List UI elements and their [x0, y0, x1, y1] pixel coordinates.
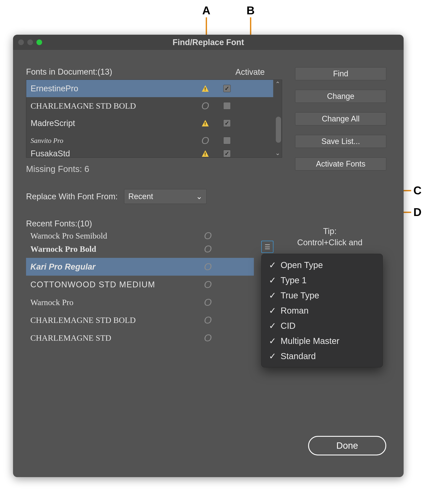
filter-menu-label: CID: [281, 321, 295, 331]
activate-column-header: Activate: [235, 68, 265, 77]
fonts-in-document-list[interactable]: ErnestinePro CHARLEMAGNE STD BOLD O Madr…: [26, 80, 282, 158]
callout-c: C: [413, 184, 422, 197]
filter-menu-item[interactable]: ✓True Type: [261, 288, 383, 303]
callout-b: B: [247, 4, 255, 17]
recent-font-row[interactable]: CHARLEMAGNE STD BOLD O: [26, 311, 254, 329]
missing-font-warning-icon: [196, 120, 215, 126]
filter-menu-label: Standard: [281, 351, 316, 361]
callout-a: A: [202, 4, 210, 17]
close-window-button[interactable]: [18, 39, 24, 45]
scroll-thumb[interactable]: [276, 117, 281, 143]
check-icon: ✓: [269, 336, 276, 346]
change-button[interactable]: Change: [295, 90, 386, 103]
filter-menu-item[interactable]: ✓Type 1: [261, 273, 383, 288]
filter-menu-label: Roman: [281, 306, 309, 315]
filter-list-icon[interactable]: ☰: [261, 241, 273, 253]
activate-checkbox[interactable]: [223, 150, 231, 157]
opentype-icon: O: [196, 100, 215, 112]
font-name: MadreScript: [31, 119, 196, 128]
save-list-button[interactable]: Save List...: [295, 135, 386, 148]
missing-font-warning-icon: [196, 150, 215, 157]
check-icon: ✓: [269, 351, 276, 361]
filter-menu-label: True Type: [281, 291, 319, 300]
check-icon: ✓: [269, 275, 276, 285]
filter-menu-item[interactable]: ✓Standard: [261, 348, 383, 364]
filter-menu-item[interactable]: ✓Open Type: [261, 257, 383, 273]
chevron-up-icon[interactable]: ⌃: [273, 80, 282, 88]
recent-font-row[interactable]: CHARLEMAGNE STD O: [26, 329, 254, 347]
activate-checkbox[interactable]: [223, 120, 231, 127]
callout-d: D: [413, 206, 422, 219]
scrollbar[interactable]: ⌃ ⌄: [273, 80, 282, 157]
font-name: CHARLEMAGNE STD BOLD: [31, 101, 196, 111]
recent-font-row[interactable]: Kari Pro Regular O: [26, 258, 254, 276]
font-name: ErnestinePro: [31, 84, 196, 93]
change-all-button[interactable]: Change All: [295, 112, 386, 125]
filter-menu-item[interactable]: ✓Roman: [261, 303, 383, 318]
window-controls: [18, 39, 42, 45]
font-row[interactable]: ErnestinePro: [26, 80, 282, 97]
recent-fonts-label: Recent Fonts:(10): [26, 219, 282, 228]
font-name: Warnock Pro Bold: [30, 244, 204, 254]
opentype-icon: O: [204, 332, 212, 344]
recent-font-row[interactable]: Warnock Pro Semibold O: [26, 231, 254, 240]
recent-font-row[interactable]: COTTONWOOD STD MEDIUM O: [26, 276, 254, 293]
recent-font-row[interactable]: Warnock Pro O: [26, 293, 254, 311]
recent-fonts-list[interactable]: Warnock Pro Semibold O Warnock Pro Bold …: [26, 231, 254, 347]
find-button[interactable]: Find: [295, 67, 386, 80]
opentype-icon: O: [204, 296, 212, 308]
chevron-down-icon[interactable]: ⌄: [273, 149, 282, 157]
opentype-icon: O: [204, 261, 212, 273]
opentype-icon: O: [204, 231, 212, 240]
opentype-icon: O: [204, 279, 212, 290]
filter-menu-label: Open Type: [281, 260, 323, 270]
font-name: FusakaStd: [31, 149, 196, 158]
font-name: CHARLEMAGNE STD BOLD: [30, 315, 204, 325]
recent-font-row[interactable]: Warnock Pro Bold O: [26, 240, 254, 258]
activate-checkbox[interactable]: [223, 85, 231, 92]
font-name: Kari Pro Regular: [30, 262, 204, 271]
titlebar: Find/Replace Font: [13, 35, 404, 50]
minimize-window-button[interactable]: [27, 39, 33, 45]
activate-fonts-button[interactable]: Activate Fonts: [295, 157, 386, 170]
activate-checkbox[interactable]: [223, 102, 231, 110]
font-name: Warnock Pro Semibold: [30, 231, 204, 240]
find-replace-font-dialog: Find/Replace Font Fonts in Document:(13)…: [13, 35, 404, 477]
missing-fonts-label: Missing Fonts: 6: [26, 164, 282, 174]
opentype-icon: O: [204, 243, 212, 255]
chevron-down-icon: ⌄: [196, 192, 202, 201]
filter-menu-item[interactable]: ✓CID: [261, 318, 383, 333]
font-row[interactable]: Sanvito Pro O: [26, 132, 282, 149]
check-icon: ✓: [269, 321, 276, 331]
font-name: Warnock Pro: [30, 297, 204, 307]
font-name: COTTONWOOD STD MEDIUM: [30, 280, 204, 289]
tip-text: Control+Click and: [269, 237, 391, 248]
dialog-title: Find/Replace Font: [13, 38, 404, 47]
check-icon: ✓: [269, 305, 276, 315]
opentype-icon: O: [196, 135, 215, 146]
font-type-filter-menu: ✓Open Type ✓Type 1 ✓True Type ✓Roman ✓CI…: [261, 254, 383, 367]
check-icon: ✓: [269, 260, 276, 270]
filter-menu-item[interactable]: ✓Multiple Master: [261, 333, 383, 348]
filter-menu-label: Multiple Master: [281, 336, 339, 346]
zoom-window-button[interactable]: [36, 39, 42, 45]
font-name: CHARLEMAGNE STD: [30, 333, 204, 343]
check-icon: ✓: [269, 290, 276, 300]
tip-label: Tip:: [269, 226, 391, 237]
dropdown-selected-value: Recent: [128, 192, 153, 201]
activate-checkbox[interactable]: [223, 137, 231, 144]
font-name: Sanvito Pro: [31, 137, 196, 145]
font-row[interactable]: FusakaStd: [26, 149, 282, 158]
opentype-icon: O: [204, 314, 212, 326]
missing-font-warning-icon: [196, 85, 215, 92]
done-button[interactable]: Done: [308, 436, 386, 455]
font-row[interactable]: MadreScript: [26, 114, 282, 132]
replace-with-label: Replace With Font From:: [26, 192, 118, 201]
font-row[interactable]: CHARLEMAGNE STD BOLD O: [26, 97, 282, 114]
replace-with-dropdown[interactable]: Recent ⌄: [124, 189, 206, 204]
filter-menu-label: Type 1: [281, 275, 307, 285]
